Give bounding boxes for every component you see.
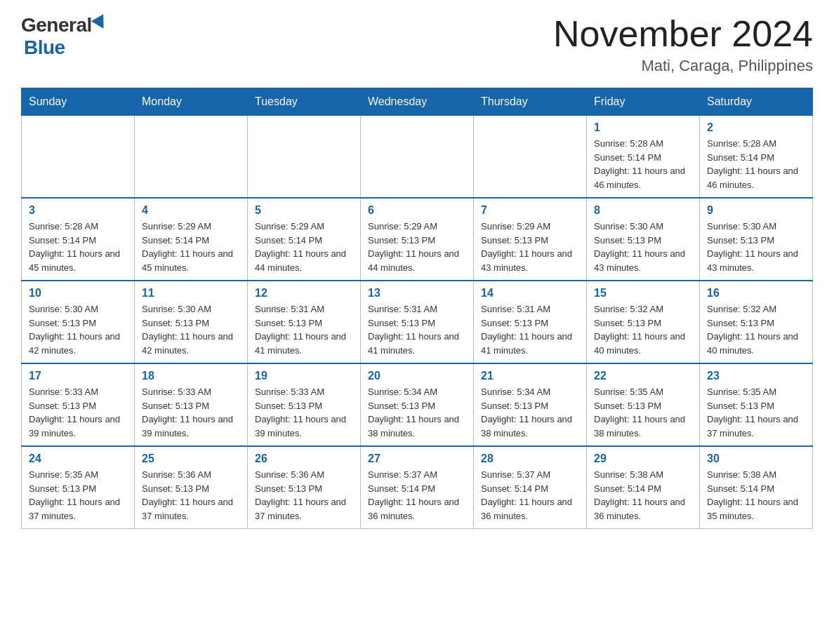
calendar-header-friday: Friday	[587, 88, 700, 116]
calendar-cell	[248, 116, 361, 199]
cell-day-number: 16	[707, 287, 805, 300]
calendar-header-thursday: Thursday	[474, 88, 587, 116]
calendar-cell: 30Sunrise: 5:38 AMSunset: 5:14 PMDayligh…	[700, 446, 813, 529]
calendar-cell: 2Sunrise: 5:28 AMSunset: 5:14 PMDaylight…	[700, 116, 813, 199]
calendar-cell: 4Sunrise: 5:29 AMSunset: 5:14 PMDaylight…	[135, 198, 248, 281]
calendar-cell: 7Sunrise: 5:29 AMSunset: 5:13 PMDaylight…	[474, 198, 587, 281]
calendar-header-wednesday: Wednesday	[361, 88, 474, 116]
cell-info-text: Sunrise: 5:30 AMSunset: 5:13 PMDaylight:…	[594, 220, 692, 274]
cell-info-text: Sunrise: 5:38 AMSunset: 5:14 PMDaylight:…	[707, 468, 805, 523]
cell-info-text: Sunrise: 5:30 AMSunset: 5:13 PMDaylight:…	[142, 302, 240, 357]
cell-day-number: 23	[707, 370, 805, 382]
calendar-cell: 12Sunrise: 5:31 AMSunset: 5:13 PMDayligh…	[248, 281, 361, 363]
cell-info-text: Sunrise: 5:30 AMSunset: 5:13 PMDaylight:…	[707, 220, 805, 274]
calendar-cell	[361, 116, 474, 199]
page-header: General Blue November 2024 Mati, Caraga,…	[21, 14, 813, 75]
cell-day-number: 27	[368, 452, 466, 465]
cell-day-number: 11	[142, 287, 240, 300]
calendar-week-row: 17Sunrise: 5:33 AMSunset: 5:13 PMDayligh…	[22, 363, 813, 446]
cell-day-number: 5	[255, 204, 353, 217]
cell-info-text: Sunrise: 5:33 AMSunset: 5:13 PMDaylight:…	[29, 385, 127, 440]
calendar-cell: 25Sunrise: 5:36 AMSunset: 5:13 PMDayligh…	[135, 446, 248, 529]
cell-info-text: Sunrise: 5:37 AMSunset: 5:14 PMDaylight:…	[481, 468, 579, 523]
calendar-header-tuesday: Tuesday	[248, 88, 361, 116]
cell-info-text: Sunrise: 5:31 AMSunset: 5:13 PMDaylight:…	[481, 302, 579, 357]
calendar-cell: 18Sunrise: 5:33 AMSunset: 5:13 PMDayligh…	[135, 363, 248, 446]
cell-day-number: 2	[707, 121, 805, 134]
calendar-cell: 19Sunrise: 5:33 AMSunset: 5:13 PMDayligh…	[248, 363, 361, 446]
calendar-cell: 13Sunrise: 5:31 AMSunset: 5:13 PMDayligh…	[361, 281, 474, 363]
cell-day-number: 7	[481, 204, 579, 217]
calendar-cell: 11Sunrise: 5:30 AMSunset: 5:13 PMDayligh…	[135, 281, 248, 363]
calendar-cell: 27Sunrise: 5:37 AMSunset: 5:14 PMDayligh…	[361, 446, 474, 529]
calendar-cell: 23Sunrise: 5:35 AMSunset: 5:13 PMDayligh…	[700, 363, 813, 446]
logo: General Blue	[21, 14, 107, 59]
cell-day-number: 8	[594, 204, 692, 217]
calendar-cell: 15Sunrise: 5:32 AMSunset: 5:13 PMDayligh…	[587, 281, 700, 363]
cell-day-number: 22	[594, 370, 692, 382]
cell-info-text: Sunrise: 5:31 AMSunset: 5:13 PMDaylight:…	[255, 302, 353, 357]
calendar-header-monday: Monday	[135, 88, 248, 116]
calendar-week-row: 1Sunrise: 5:28 AMSunset: 5:14 PMDaylight…	[22, 116, 813, 199]
cell-day-number: 21	[481, 370, 579, 382]
cell-info-text: Sunrise: 5:32 AMSunset: 5:13 PMDaylight:…	[594, 302, 692, 357]
cell-info-text: Sunrise: 5:28 AMSunset: 5:14 PMDaylight:…	[594, 137, 692, 192]
cell-info-text: Sunrise: 5:32 AMSunset: 5:13 PMDaylight:…	[707, 302, 805, 357]
cell-day-number: 4	[142, 204, 240, 217]
cell-info-text: Sunrise: 5:34 AMSunset: 5:13 PMDaylight:…	[368, 385, 466, 440]
cell-day-number: 9	[707, 204, 805, 217]
calendar-cell: 1Sunrise: 5:28 AMSunset: 5:14 PMDaylight…	[587, 116, 700, 199]
calendar-cell: 28Sunrise: 5:37 AMSunset: 5:14 PMDayligh…	[474, 446, 587, 529]
cell-info-text: Sunrise: 5:29 AMSunset: 5:13 PMDaylight:…	[368, 220, 466, 274]
cell-info-text: Sunrise: 5:37 AMSunset: 5:14 PMDaylight:…	[368, 468, 466, 523]
calendar-cell	[135, 116, 248, 199]
cell-info-text: Sunrise: 5:38 AMSunset: 5:14 PMDaylight:…	[594, 468, 692, 523]
cell-info-text: Sunrise: 5:35 AMSunset: 5:13 PMDaylight:…	[29, 468, 127, 523]
cell-info-text: Sunrise: 5:28 AMSunset: 5:14 PMDaylight:…	[29, 220, 127, 274]
cell-day-number: 18	[142, 370, 240, 382]
title-block: November 2024 Mati, Caraga, Philippines	[553, 14, 813, 75]
calendar-header-saturday: Saturday	[700, 88, 813, 116]
calendar-cell: 10Sunrise: 5:30 AMSunset: 5:13 PMDayligh…	[22, 281, 135, 363]
cell-day-number: 20	[368, 370, 466, 382]
cell-info-text: Sunrise: 5:35 AMSunset: 5:13 PMDaylight:…	[707, 385, 805, 440]
calendar-cell: 26Sunrise: 5:36 AMSunset: 5:13 PMDayligh…	[248, 446, 361, 529]
cell-info-text: Sunrise: 5:36 AMSunset: 5:13 PMDaylight:…	[255, 468, 353, 523]
cell-day-number: 13	[368, 287, 466, 300]
cell-info-text: Sunrise: 5:28 AMSunset: 5:14 PMDaylight:…	[707, 137, 805, 192]
cell-info-text: Sunrise: 5:29 AMSunset: 5:14 PMDaylight:…	[255, 220, 353, 274]
cell-day-number: 26	[255, 452, 353, 465]
cell-day-number: 6	[368, 204, 466, 217]
cell-day-number: 25	[142, 452, 240, 465]
calendar-cell	[474, 116, 587, 199]
cell-day-number: 12	[255, 287, 353, 300]
calendar-cell: 14Sunrise: 5:31 AMSunset: 5:13 PMDayligh…	[474, 281, 587, 363]
cell-day-number: 30	[707, 452, 805, 465]
calendar-header-row: SundayMondayTuesdayWednesdayThursdayFrid…	[22, 88, 813, 116]
location-title: Mati, Caraga, Philippines	[553, 57, 813, 75]
cell-day-number: 10	[29, 287, 127, 300]
calendar-week-row: 3Sunrise: 5:28 AMSunset: 5:14 PMDaylight…	[22, 198, 813, 281]
calendar-cell: 21Sunrise: 5:34 AMSunset: 5:13 PMDayligh…	[474, 363, 587, 446]
cell-day-number: 28	[481, 452, 579, 465]
calendar-cell: 22Sunrise: 5:35 AMSunset: 5:13 PMDayligh…	[587, 363, 700, 446]
cell-info-text: Sunrise: 5:29 AMSunset: 5:14 PMDaylight:…	[142, 220, 240, 274]
cell-info-text: Sunrise: 5:30 AMSunset: 5:13 PMDaylight:…	[29, 302, 127, 357]
cell-day-number: 3	[29, 204, 127, 217]
logo-blue-text: Blue	[24, 36, 65, 58]
cell-day-number: 24	[29, 452, 127, 465]
calendar-header-sunday: Sunday	[22, 88, 135, 116]
cell-info-text: Sunrise: 5:29 AMSunset: 5:13 PMDaylight:…	[481, 220, 579, 274]
calendar-cell: 8Sunrise: 5:30 AMSunset: 5:13 PMDaylight…	[587, 198, 700, 281]
calendar-cell: 9Sunrise: 5:30 AMSunset: 5:13 PMDaylight…	[700, 198, 813, 281]
calendar-table: SundayMondayTuesdayWednesdayThursdayFrid…	[21, 88, 813, 529]
logo-triangle-icon	[91, 14, 110, 32]
cell-info-text: Sunrise: 5:33 AMSunset: 5:13 PMDaylight:…	[142, 385, 240, 440]
cell-info-text: Sunrise: 5:34 AMSunset: 5:13 PMDaylight:…	[481, 385, 579, 440]
cell-day-number: 15	[594, 287, 692, 300]
calendar-cell: 3Sunrise: 5:28 AMSunset: 5:14 PMDaylight…	[22, 198, 135, 281]
logo-general-text: General	[21, 14, 92, 36]
cell-day-number: 19	[255, 370, 353, 382]
calendar-cell: 17Sunrise: 5:33 AMSunset: 5:13 PMDayligh…	[22, 363, 135, 446]
calendar-cell: 16Sunrise: 5:32 AMSunset: 5:13 PMDayligh…	[700, 281, 813, 363]
